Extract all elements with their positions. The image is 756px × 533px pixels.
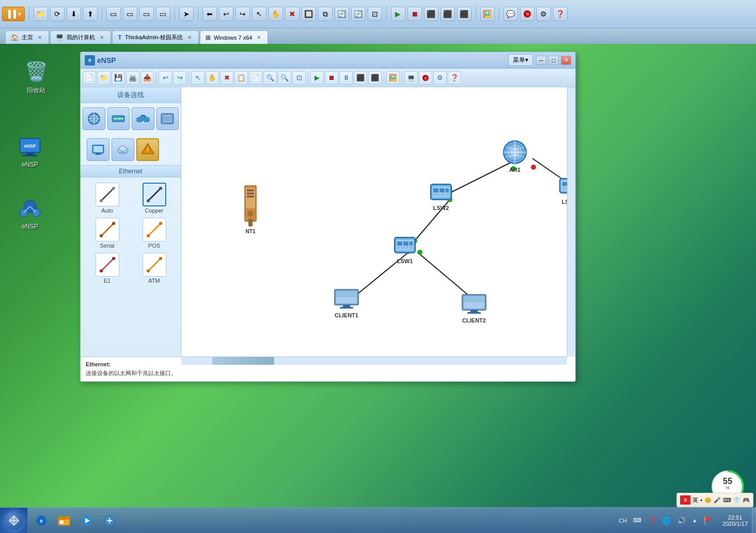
node-lsw1[interactable]: LSW1 [393,233,417,264]
show-desktop-button[interactable] [752,508,756,534]
tool-help[interactable]: ❓ [448,71,461,85]
device-type-security[interactable] [156,107,179,130]
device-type-pc[interactable] [87,138,109,161]
toolbar-btn-target[interactable]: ⊡ [368,7,382,21]
tool-copy[interactable]: 📋 [234,71,248,85]
tray-audio-icon[interactable]: 🔊 [675,515,688,526]
tab-mycomputer[interactable]: 🖥️ 我的计算机 ✕ [50,30,111,44]
conn-type-atm[interactable]: ATM [133,253,176,284]
toolbar-btn-huawei[interactable]: 华 [520,7,534,21]
tool-undo[interactable]: ↩ [159,71,172,85]
toolbar-btn-cursor[interactable]: ↖ [252,7,266,21]
toolbar-btn-screen[interactable]: 🖼️ [480,7,495,21]
tab-win7-close[interactable]: ✕ [255,34,262,41]
tool-config[interactable]: ⬛ [368,71,382,85]
input-mic[interactable]: 🎤 [714,497,721,504]
device-type-switch[interactable] [107,107,130,130]
desktop-icon-recycle[interactable]: 🗑️ 回收站 [15,59,57,95]
toolbar-btn-b1[interactable]: ⬅ [202,7,217,21]
taskbar-clock[interactable]: 22:51 2020/1/17 [718,512,752,529]
tool-paste[interactable]: 📄 [249,71,262,85]
toolbar-btn-rect4[interactable]: ▭ [156,7,170,21]
tool-delete[interactable]: ✖ [220,71,233,85]
toolbar-btn-rect3[interactable]: ▭ [139,7,154,21]
tool-debug[interactable]: ⬛ [354,71,367,85]
desktop-icon-ensp1[interactable]: eNSP eNSP [9,134,51,168]
tool-select[interactable]: ↖ [191,71,204,85]
toolbar-btn-chat[interactable]: 💬 [503,7,518,21]
tool-save[interactable]: 💾 [112,71,125,85]
input-skin[interactable]: 👕 [733,497,741,504]
tool-redo[interactable]: ↪ [173,71,186,85]
node-ar1[interactable]: AR1 [501,139,528,173]
toolbar-btn-sq2[interactable]: ⬛ [440,7,455,21]
toolbar-btn-refresh[interactable]: ⟳ [50,7,65,21]
tray-flag-icon[interactable]: 🚩 [701,515,714,526]
tool-zoomin[interactable]: 🔍 [263,71,277,85]
toolbar-btn-sq3[interactable]: ⬛ [457,7,471,21]
device-type-other[interactable]: ! [136,138,159,161]
taskbar-pin-media[interactable] [75,510,98,531]
tray-help-icon[interactable]: ❓ [645,515,658,525]
toolbar-btn-clip2[interactable]: ⧉ [318,7,333,21]
tool-hand[interactable]: ✋ [206,71,219,85]
toolbar-btn-r1[interactable]: 🔄 [335,7,349,21]
ensp-minimize-button[interactable]: ─ [536,56,546,65]
toolbar-btn-stop[interactable]: ⏹ [407,7,422,21]
taskbar-pin-explorer[interactable] [53,510,75,531]
conn-type-auto[interactable]: Auto [86,183,129,214]
tool-open[interactable]: 📁 [97,71,111,85]
toolbar-btn-hand[interactable]: ✋ [269,7,283,21]
toolbar-btn-settings[interactable]: ⚙ [537,7,551,21]
toolbar-btn-play[interactable]: ▶ [391,7,405,21]
conn-type-e1[interactable]: E1 [86,253,129,284]
ensp-close-button[interactable]: ✕ [561,56,571,65]
node-client2[interactable]: CLIENT2 [461,294,487,324]
tray-ch-label[interactable]: CH [617,516,629,525]
input-keyboard[interactable]: ⌨ [723,497,731,504]
toolbar-btn-r2[interactable]: 🔄 [351,7,366,21]
input-emoji[interactable]: 😊 [704,497,712,504]
conn-type-copper[interactable]: Copper [133,183,176,214]
tray-expand-icon[interactable]: ▲ [690,516,699,524]
tool-capture[interactable]: 🖼️ [386,71,400,85]
conn-type-pos[interactable]: POS [133,218,176,249]
toolbar-btn-down[interactable]: ⬇ [67,7,81,21]
ensp-menu-button[interactable]: 菜单▾ [508,54,533,66]
tray-network-icon[interactable]: 🌐 [660,515,673,526]
tool-huawei[interactable]: 华 [419,71,432,85]
tool-stop[interactable]: ⏹ [325,71,338,85]
toolbar-btn-arrow[interactable]: ➤ [179,7,194,21]
toolbar-btn-sq1[interactable]: ⬛ [424,7,438,21]
scrollbar-horizontal[interactable] [181,357,567,365]
input-lang-label[interactable]: 英 [692,496,698,504]
toolbar-btn-b2[interactable]: ↩ [219,7,233,21]
taskbar-pin-tools[interactable] [98,510,121,531]
tool-import[interactable]: 📥 [140,71,154,85]
device-type-cloud[interactable] [112,138,134,161]
tray-keyboard-icon[interactable]: ⌨ [631,516,643,525]
conn-type-serial[interactable]: Serial [86,218,129,249]
node-client1[interactable]: CLIENT1 [334,288,359,318]
toolbar-btn-b3[interactable]: ↪ [235,7,250,21]
tool-start[interactable]: ▶ [310,71,324,85]
tool-pause[interactable]: ⏸ [339,71,353,85]
toolbar-btn-x[interactable]: ✖ [285,7,300,21]
desktop-icon-ensp2[interactable]: eNSP [9,196,51,230]
ensp-maximize-button[interactable]: □ [548,56,559,65]
tab-thinka[interactable]: T ThinkaAdmin-校园系统 ✕ [112,30,199,44]
taskbar-pin-ie[interactable]: e [30,510,53,531]
toolbar-btn-save[interactable]: 📁 [34,7,48,21]
tab-thinka-close[interactable]: ✕ [186,34,193,41]
tab-win7[interactable]: ⊞ Windows 7 x64 ✕ [200,30,269,44]
start-button[interactable] [0,508,28,534]
scrollbar-vertical[interactable] [567,87,575,357]
tool-settings[interactable]: ⚙ [433,71,447,85]
tab-mycomputer-close[interactable]: ✕ [98,34,105,41]
toolbar-btn-clip1[interactable]: 🔲 [302,7,316,21]
toolbar-btn-rect1[interactable]: ▭ [106,7,121,21]
pause-button[interactable]: ▐▐ ▾ [2,7,25,21]
tool-zoomout[interactable]: 🔍 [278,71,291,85]
tool-print[interactable]: 🖨️ [126,71,139,85]
toolbar-btn-help[interactable]: ❓ [553,7,568,21]
